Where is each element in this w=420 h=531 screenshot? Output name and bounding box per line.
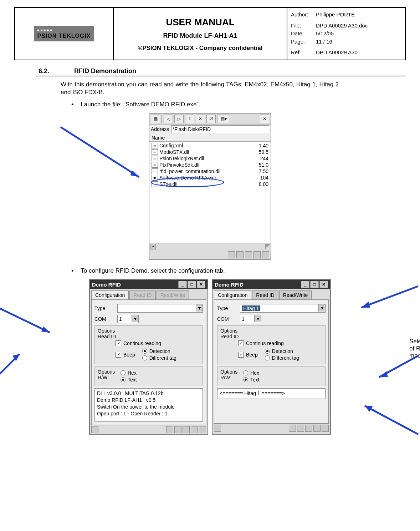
list-item[interactable]: ▭Config.xml1.40	[149, 142, 271, 149]
svg-marker-4	[379, 371, 388, 377]
meta-label: File:	[291, 22, 316, 30]
tray-icon[interactable]	[262, 251, 269, 258]
section-number: 6.2.	[39, 67, 74, 75]
file-icon: ▭	[152, 149, 158, 155]
close-icon[interactable]: ✕	[197, 281, 205, 288]
tab-read-id[interactable]: Read ID	[129, 290, 155, 299]
com-dropdown[interactable]: 1▾	[240, 315, 261, 323]
properties-icon[interactable]: ☑	[206, 115, 216, 123]
back-icon[interactable]: ◁	[164, 115, 173, 123]
col-name: Name	[152, 135, 268, 141]
logo-dots: ■ ■ ■ ■ ■	[37, 28, 91, 32]
radio-label: Different tag	[149, 355, 176, 361]
tray-icon[interactable]	[297, 425, 304, 432]
figure-explorer: ▦ ◁ ▷ ⇧ ✕ ☑ ▤▾ ✕ Address \Flash Disk\RFI…	[14, 113, 406, 260]
tray-icon[interactable]	[236, 251, 244, 258]
tabs: Configuration Read ID Read/Write	[90, 289, 208, 299]
tray-icon[interactable]	[166, 426, 173, 433]
column-header[interactable]: Name	[149, 134, 271, 142]
address-label: Address	[151, 126, 169, 132]
group-label: OptionsR/W	[98, 369, 121, 383]
checkbox-label: Beep	[246, 352, 258, 358]
type-dropdown[interactable]: Hitag 1▾	[240, 304, 326, 313]
list-item[interactable]: ▭MedioSTX.dll59.5	[149, 149, 271, 155]
tray-icon[interactable]	[174, 426, 181, 433]
file-icon: ▭	[152, 143, 158, 148]
radio-label: Different tag	[272, 355, 299, 361]
tray-icon[interactable]	[228, 251, 235, 258]
checkbox-label: Continus reading	[123, 340, 161, 346]
delete-icon[interactable]: ✕	[196, 115, 205, 123]
psion-logo: ■ ■ ■ ■ ■ PSION TEKLOGIX	[34, 26, 93, 41]
tab-configuration[interactable]: Configuration	[91, 290, 129, 299]
radio[interactable]	[243, 377, 248, 382]
radio[interactable]	[142, 349, 147, 354]
doc-title: USER MANUAL	[117, 17, 283, 28]
taskbar	[90, 425, 208, 434]
meta-cell: Author:Philippe PORTE File:DPD A00029 A3…	[287, 8, 405, 60]
tab-configuration[interactable]: Configuration	[214, 290, 251, 299]
minimize-icon[interactable]: _	[301, 281, 309, 288]
radio-label: Hex	[128, 370, 137, 376]
radio[interactable]	[142, 355, 147, 360]
intro-paragraph: With this demonstration you can read and…	[61, 81, 339, 97]
checkbox[interactable]: ✓	[116, 340, 121, 346]
config-panel: Type Hitag 1▾ COM 1▾ OptionsRead ID ✓Con…	[214, 299, 329, 424]
list-item[interactable]: ▭rfid_power_commutation.dll7.50	[149, 168, 271, 175]
radio-label: Text	[128, 377, 137, 383]
tray-icon[interactable]	[199, 426, 206, 433]
radio[interactable]	[265, 349, 270, 354]
file-icon: ▭	[152, 168, 158, 174]
tray-icon[interactable]	[313, 425, 321, 432]
group-label: OptionsRead ID	[98, 328, 200, 339]
radio-label: Hex	[250, 370, 259, 376]
radio-label: Detection	[149, 348, 170, 354]
tray-icon[interactable]	[289, 425, 296, 432]
start-icon[interactable]	[91, 426, 98, 433]
tray-icon[interactable]	[253, 251, 261, 258]
close-icon[interactable]: ✕	[319, 281, 328, 288]
scroll-left-icon[interactable]: ◂	[150, 244, 156, 249]
com-dropdown[interactable]: 1▾	[117, 315, 139, 323]
list-item[interactable]: ▭PsionTeklogixNet.dll244	[149, 155, 271, 162]
radio[interactable]	[243, 370, 248, 375]
tray-icon[interactable]	[305, 425, 312, 432]
options-rw-group: OptionsR/W Hex Text	[94, 366, 203, 386]
checkbox[interactable]: ✓	[238, 352, 244, 358]
up-icon[interactable]: ⇧	[185, 115, 194, 123]
radio[interactable]	[121, 370, 126, 375]
start-icon[interactable]	[214, 425, 221, 432]
meta-label: Author:	[291, 11, 316, 19]
list-item[interactable]: ▭PtxPinvokeSdk.dll51.0	[149, 162, 271, 168]
tray-icon[interactable]	[191, 426, 198, 433]
status-textbox: <======= Hitag 1 =======>	[217, 388, 326, 399]
tab-read-id[interactable]: Read ID	[252, 290, 278, 299]
save-icon[interactable]: ▦	[151, 115, 160, 123]
view-icon[interactable]: ▤▾	[217, 115, 230, 123]
maximize-icon[interactable]: □	[310, 281, 319, 288]
tab-read-write[interactable]: Read/Write	[279, 290, 312, 299]
meta-value: DPD A00029 A30.doc	[316, 22, 368, 30]
section-heading: 6.2. RFID Demonstration	[36, 67, 406, 76]
bullet-text: To configure RFID Demo, select the confi…	[81, 267, 225, 275]
tabs: Configuration Read ID Read/Write	[212, 289, 330, 299]
checkbox[interactable]: ✓	[116, 352, 121, 358]
address-input[interactable]: \Flash Disk\RFID	[171, 125, 269, 133]
confidential-line: ©PSION TEKLOGIX - Company confidential	[117, 45, 283, 52]
close-icon[interactable]: ✕	[260, 115, 269, 123]
tray-icon[interactable]	[245, 251, 252, 258]
checkbox[interactable]: ✓	[238, 340, 244, 346]
tab-read-write[interactable]: Read/Write	[157, 290, 189, 299]
svg-marker-0	[130, 171, 139, 177]
radio[interactable]	[265, 355, 270, 360]
type-label: Type	[94, 305, 117, 311]
scrollbar[interactable]: ◂	[149, 243, 271, 250]
radio[interactable]	[121, 377, 126, 382]
tray-icon[interactable]	[322, 425, 329, 432]
forward-icon[interactable]: ▷	[174, 115, 184, 123]
type-dropdown[interactable]: ▾	[117, 304, 203, 313]
minimize-icon[interactable]: _	[178, 281, 187, 288]
maximize-icon[interactable]: □	[188, 281, 196, 288]
tray-icon[interactable]	[183, 426, 190, 433]
meta-value: Philippe PORTE	[316, 11, 355, 19]
